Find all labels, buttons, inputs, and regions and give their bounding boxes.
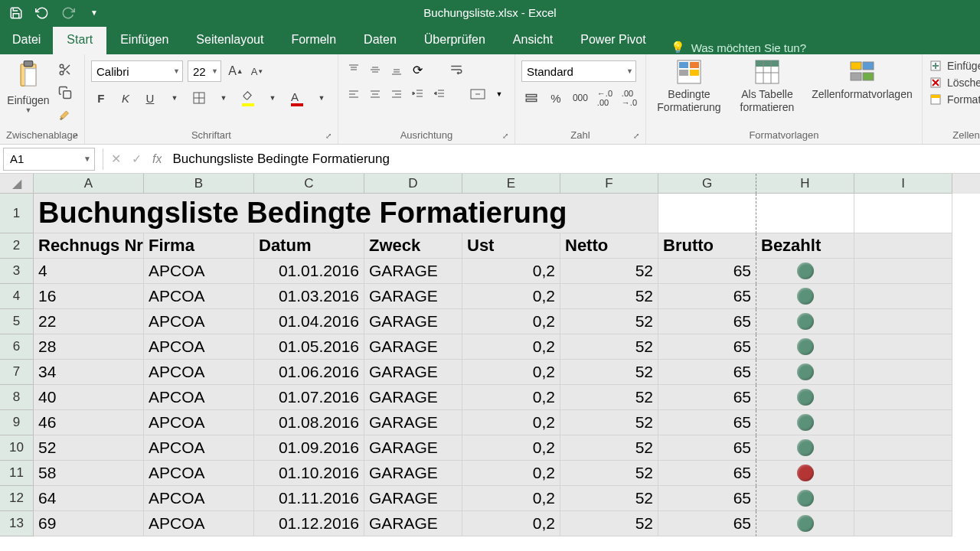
cell[interactable]: 22 (34, 309, 144, 334)
insert-cells-button[interactable]: Einfügen▼ (929, 59, 980, 73)
cell[interactable] (854, 410, 952, 435)
row-header[interactable]: 9 (0, 410, 34, 435)
select-all-corner[interactable]: ◢ (0, 174, 34, 194)
format-cells-button[interactable]: Format▼ (929, 93, 980, 106)
cell[interactable]: 52 (34, 435, 144, 461)
font-color-icon[interactable]: A (287, 88, 307, 108)
cell[interactable]: 0,2 (462, 461, 560, 486)
cell[interactable]: 0,2 (462, 385, 560, 410)
cell[interactable] (756, 309, 854, 334)
align-middle-icon[interactable] (366, 60, 384, 79)
dialog-launcher-icon[interactable]: ⤢ (72, 132, 83, 142)
chevron-down-icon[interactable]: ▼ (490, 85, 508, 103)
cell[interactable]: 01.04.2016 (254, 309, 364, 334)
cell[interactable]: APCOA (144, 461, 254, 486)
cell[interactable] (854, 461, 952, 486)
cell[interactable]: 01.06.2016 (254, 360, 364, 385)
cell[interactable]: 58 (34, 461, 144, 486)
cell[interactable]: GARAGE (364, 360, 462, 385)
tab-powerpivot[interactable]: Power Pivot (567, 27, 659, 54)
cell[interactable] (756, 410, 854, 435)
cell[interactable] (756, 284, 854, 309)
cell[interactable]: 65 (658, 259, 756, 284)
row-header[interactable]: 13 (0, 511, 34, 536)
cell[interactable]: 0,2 (462, 486, 560, 511)
cell[interactable]: GARAGE (364, 410, 462, 435)
tab-start[interactable]: Start (53, 27, 106, 54)
cell[interactable]: GARAGE (364, 511, 462, 536)
cell[interactable]: 4 (34, 259, 144, 284)
cell[interactable]: 52 (560, 259, 658, 284)
cell[interactable]: 65 (658, 461, 756, 486)
cell[interactable] (854, 511, 952, 536)
cell[interactable] (854, 259, 952, 284)
cell[interactable] (854, 233, 952, 259)
cell[interactable]: Ust (462, 233, 560, 259)
cell[interactable]: 0,2 (462, 334, 560, 360)
cell[interactable]: 52 (560, 461, 658, 486)
cell[interactable]: 52 (560, 511, 658, 536)
fx-icon[interactable]: fx (152, 152, 162, 166)
cell[interactable]: 65 (658, 284, 756, 309)
cell[interactable]: 52 (560, 486, 658, 511)
cell[interactable]: GARAGE (364, 435, 462, 461)
row-header[interactable]: 8 (0, 385, 34, 410)
cell[interactable]: Zweck (364, 233, 462, 259)
formula-input[interactable] (162, 152, 980, 167)
cell[interactable]: APCOA (144, 511, 254, 536)
save-icon[interactable] (8, 5, 24, 21)
wrap-text-icon[interactable] (447, 60, 466, 79)
cell[interactable]: Firma (144, 233, 254, 259)
cell[interactable]: 65 (658, 334, 756, 360)
cell[interactable]: 01.01.2016 (254, 259, 364, 284)
cell[interactable] (756, 511, 854, 536)
row-header[interactable]: 7 (0, 360, 34, 385)
paste-button[interactable]: Einfügen ▼ (6, 57, 51, 114)
cell[interactable] (854, 309, 952, 334)
cell[interactable]: 34 (34, 360, 144, 385)
align-right-icon[interactable] (387, 85, 406, 103)
cell[interactable]: 52 (560, 435, 658, 461)
row-header[interactable]: 1 (0, 194, 34, 233)
cell[interactable]: 69 (34, 511, 144, 536)
grow-font-icon[interactable]: A▲ (226, 61, 246, 81)
cell[interactable]: 52 (560, 334, 658, 360)
col-header[interactable]: C (254, 174, 364, 194)
cell[interactable]: Brutto (658, 233, 756, 259)
cell[interactable] (756, 385, 854, 410)
cell[interactable] (854, 486, 952, 511)
format-painter-icon[interactable] (55, 106, 75, 125)
cell[interactable]: 64 (34, 486, 144, 511)
qat-customize-icon[interactable]: ▼ (86, 5, 103, 21)
cell[interactable]: 01.09.2016 (254, 435, 364, 461)
cell[interactable]: 52 (560, 385, 658, 410)
tab-pagelayout[interactable]: Seitenlayout (182, 27, 277, 54)
cell[interactable]: 0,2 (462, 410, 560, 435)
cell[interactable] (854, 360, 952, 385)
row-header[interactable]: 3 (0, 259, 34, 284)
cell[interactable]: Rechnugs Nr. (34, 233, 144, 259)
chevron-down-icon[interactable]: ▼ (165, 88, 185, 108)
cell[interactable]: 0,2 (462, 284, 560, 309)
tab-insert[interactable]: Einfügen (106, 27, 182, 54)
tab-formulas[interactable]: Formeln (277, 27, 350, 54)
cell[interactable] (756, 334, 854, 360)
col-header[interactable]: E (462, 174, 560, 194)
font-size-combo[interactable]: 22▼ (188, 60, 221, 82)
comma-style-icon[interactable]: 000 (570, 88, 590, 108)
cell[interactable]: 01.08.2016 (254, 410, 364, 435)
cell[interactable]: 16 (34, 284, 144, 309)
cell[interactable]: 0,2 (462, 360, 560, 385)
cell[interactable]: 0,2 (462, 309, 560, 334)
cell[interactable]: 65 (658, 435, 756, 461)
cell[interactable]: 65 (658, 511, 756, 536)
accounting-format-icon[interactable] (521, 88, 541, 108)
italic-button[interactable]: K (116, 88, 136, 108)
row-header[interactable]: 10 (0, 435, 34, 461)
cell[interactable] (854, 194, 952, 233)
col-header[interactable]: G (658, 174, 756, 194)
borders-icon[interactable] (189, 88, 209, 108)
cell[interactable]: 65 (658, 410, 756, 435)
col-header[interactable]: F (560, 174, 658, 194)
cell[interactable]: APCOA (144, 334, 254, 360)
